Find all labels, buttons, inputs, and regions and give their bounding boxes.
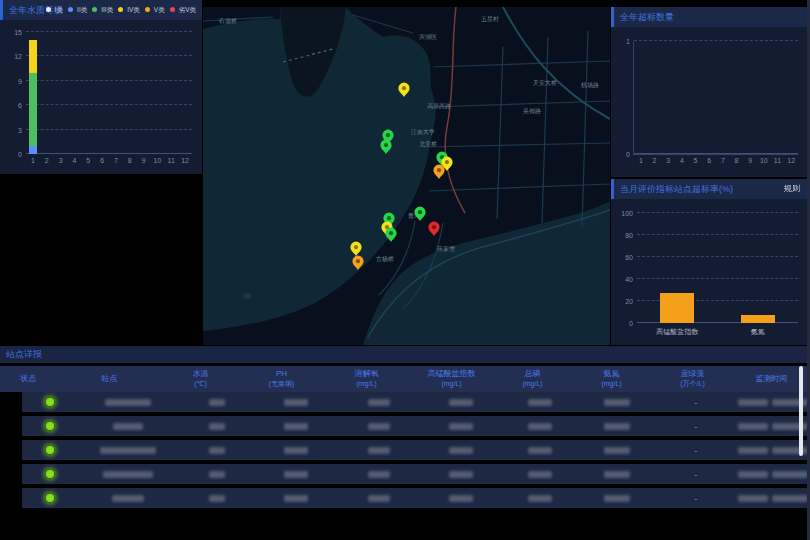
redacted-block: [449, 471, 473, 478]
redacted-block: [528, 447, 552, 454]
y-axis-tick: 20: [625, 298, 633, 305]
table-row[interactable]: -: [22, 392, 810, 412]
table-scrollbar-thumb[interactable]: [799, 366, 803, 456]
redacted-block: [449, 423, 473, 430]
status-dot: [44, 444, 56, 456]
legend-dot: [145, 7, 150, 12]
y-axis-tick: 15: [14, 29, 22, 36]
gridline: [637, 234, 798, 235]
redacted-block: [449, 399, 473, 406]
table-row[interactable]: -: [22, 440, 810, 460]
map-label: 高浪西路: [427, 102, 451, 110]
table-cell: -: [656, 470, 735, 479]
x-axis-tick: 3: [666, 157, 670, 164]
table-cell: [337, 423, 420, 430]
table-cell: [420, 399, 503, 406]
legend-dot: [170, 7, 175, 12]
table-cell: [578, 447, 657, 454]
legend-item[interactable]: 劣V类: [170, 5, 196, 14]
gridline: [26, 80, 192, 81]
legend-label: III类: [101, 5, 113, 14]
table-row[interactable]: -: [22, 488, 810, 508]
column-unit: (mg/L): [441, 379, 461, 389]
table-cell: [337, 399, 420, 406]
table-cell: [503, 447, 578, 454]
map-pin-center: [389, 231, 393, 235]
map-pin-center: [402, 86, 406, 90]
table-cell: [254, 399, 337, 406]
water-quality-dashboard: 当月水质等级 I类II类III类IV类V类劣V类 全年水质等级 I类II类III…: [0, 0, 810, 540]
table-cell: [578, 423, 657, 430]
status-dot: [44, 420, 56, 432]
table-cell: [180, 423, 255, 430]
x-axis-tick: 11: [168, 157, 175, 164]
gridline: [634, 153, 798, 154]
redacted-block: [209, 447, 225, 454]
legend-item[interactable]: V类: [145, 5, 165, 14]
rules-link[interactable]: 规则: [784, 183, 800, 194]
column-unit: (mg/L): [522, 379, 542, 389]
table-cell: [337, 447, 420, 454]
table-cell: -: [656, 398, 735, 407]
column-unit: (℃): [194, 379, 207, 389]
map-pin-center: [437, 168, 441, 172]
redacted-block: [528, 471, 552, 478]
table-cell: [337, 471, 420, 478]
table-cell: [503, 399, 578, 406]
gridline: [637, 212, 798, 213]
table-cell: [420, 423, 503, 430]
panel-year-quality: 全年水质等级 I类II类III类IV类V类劣V类 036912151234567…: [0, 0, 202, 174]
legend-item[interactable]: III类: [92, 5, 113, 14]
island: [243, 293, 251, 299]
table-row[interactable]: -: [22, 464, 810, 484]
year-bar-plot: 03691215123456789101112: [26, 32, 192, 154]
redacted-block: [284, 495, 308, 502]
table-cell: [77, 423, 179, 430]
column-unit: (无量纲): [269, 379, 295, 389]
x-axis-tick: 7: [721, 157, 725, 164]
gridline: [26, 104, 192, 105]
table-cell: -: [656, 422, 735, 431]
legend-item[interactable]: I类: [46, 5, 63, 14]
y-axis-tick: 0: [18, 151, 22, 158]
table-cell: [735, 471, 810, 478]
column-header: PH(无量纲): [239, 369, 324, 389]
x-axis-tick: 6: [100, 157, 104, 164]
redacted-block: [368, 471, 390, 478]
gridline: [637, 256, 798, 257]
table-title: 站点详报: [6, 348, 42, 361]
column-label: 溶解氧: [354, 369, 378, 379]
table-cell: [578, 471, 657, 478]
table-row[interactable]: -: [22, 416, 810, 436]
legend-item[interactable]: IV类: [118, 5, 140, 14]
header-accent: [611, 7, 614, 27]
x-axis-tick: 6: [707, 157, 711, 164]
redacted-value: -: [694, 470, 697, 479]
y-axis-tick: 100: [621, 210, 633, 217]
y-axis-tick: 0: [626, 151, 630, 158]
map-pin-center: [354, 245, 358, 249]
y-axis-tick: 0: [629, 320, 633, 327]
legend-item[interactable]: II类: [68, 5, 87, 14]
y-axis-tick: 60: [625, 254, 633, 261]
y-axis-tick: 12: [14, 53, 22, 60]
redacted-block: [604, 423, 630, 430]
status-dot: [44, 396, 56, 408]
map-panel[interactable]: 石塘桥滨湖区五星村天安大桥机场路高浪西路吴都路江南大学北亚桥青坪古杨桥薛家里: [203, 7, 610, 345]
status-dot: [44, 468, 56, 480]
panel-year-exceed-header: 全年超标数量: [611, 7, 808, 27]
table-cell: [77, 447, 179, 454]
gridline: [637, 278, 798, 279]
city-map[interactable]: 石塘桥滨湖区五星村天安大桥机场路高浪西路吴都路江南大学北亚桥青坪古杨桥薛家里: [203, 7, 610, 345]
rate-bar-plot: 020406080100高锰酸盐指数氨氮: [637, 213, 798, 323]
y-axis-tick: 1: [626, 38, 630, 45]
table-cell: -: [656, 446, 735, 455]
x-axis-tick: 4: [680, 157, 684, 164]
redacted-block: [604, 471, 630, 478]
table-cell: [77, 399, 179, 406]
redacted-block: [209, 471, 225, 478]
y-axis-tick: 6: [18, 102, 22, 109]
x-axis-tick: 2: [45, 157, 49, 164]
table-cell: -: [656, 494, 735, 503]
redacted-block: [528, 495, 552, 502]
